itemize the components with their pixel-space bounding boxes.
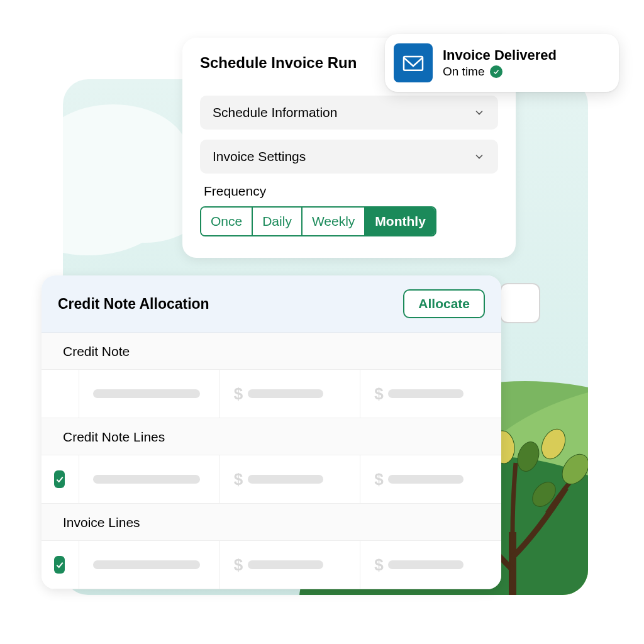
checkbox-checked-icon [54, 470, 65, 488]
toast-subtitle: On time [443, 65, 485, 79]
credit-note-lines-section: Credit Note Lines $ $ [42, 418, 501, 504]
frequency-option-monthly[interactable]: Monthly [365, 208, 435, 235]
dollar-icon: $ [374, 558, 382, 572]
placeholder-amount-cell: $ [360, 370, 501, 418]
row-lead-cell [42, 370, 79, 418]
check-icon [490, 65, 502, 78]
placeholder-amount-cell: $ [360, 541, 501, 589]
placeholder-amount-cell: $ [220, 541, 361, 589]
invoice-delivered-toast: Invoice Delivered On time [385, 34, 619, 92]
row-checkbox-cell[interactable] [42, 455, 79, 503]
chevron-down-icon [473, 106, 486, 119]
placeholder-amount-cell: $ [220, 370, 361, 418]
placeholder-amount-cell: $ [360, 455, 501, 503]
credit-note-section: Credit Note $ $ [42, 333, 501, 418]
dollar-icon: $ [234, 472, 242, 486]
frequency-segmented-control: Once Daily Weekly Monthly [200, 206, 436, 236]
svg-point-4 [537, 425, 570, 463]
dollar-icon: $ [234, 558, 242, 572]
placeholder-cell [79, 455, 220, 503]
svg-point-3 [514, 439, 542, 474]
schedule-information-accordion[interactable]: Schedule Information [200, 96, 498, 130]
dollar-icon: $ [374, 472, 382, 486]
dollar-icon: $ [234, 387, 242, 401]
allocation-header: Credit Note Allocation Allocate [42, 275, 501, 333]
placeholder-amount-cell: $ [220, 455, 361, 503]
chevron-down-icon [473, 150, 486, 163]
table-row: $ $ [42, 541, 501, 589]
toast-title: Invoice Delivered [443, 47, 557, 64]
mail-icon [394, 43, 433, 82]
credit-note-allocation-panel: Credit Note Allocation Allocate Credit N… [42, 275, 501, 589]
frequency-label: Frequency [204, 184, 498, 199]
dollar-icon: $ [374, 387, 382, 401]
row-checkbox-cell[interactable] [42, 541, 79, 589]
frequency-option-weekly[interactable]: Weekly [303, 208, 365, 235]
invoice-lines-section: Invoice Lines $ $ [42, 504, 501, 589]
section-title: Invoice Lines [42, 504, 501, 541]
partial-card-edge [500, 283, 540, 323]
svg-rect-9 [404, 57, 423, 70]
section-title: Credit Note [42, 333, 501, 370]
placeholder-cell [79, 370, 220, 418]
frequency-option-daily[interactable]: Daily [253, 208, 303, 235]
accordion-label: Schedule Information [213, 105, 337, 120]
checkbox-checked-icon [54, 556, 65, 574]
frequency-option-once[interactable]: Once [201, 208, 253, 235]
allocation-title: Credit Note Allocation [58, 296, 209, 313]
table-row: $ $ [42, 370, 501, 418]
placeholder-cell [79, 541, 220, 589]
svg-point-5 [557, 449, 588, 489]
allocate-button[interactable]: Allocate [403, 289, 485, 318]
table-row: $ $ [42, 455, 501, 504]
accordion-label: Invoice Settings [213, 149, 306, 164]
invoice-settings-accordion[interactable]: Invoice Settings [200, 140, 498, 174]
section-title: Credit Note Lines [42, 418, 501, 455]
